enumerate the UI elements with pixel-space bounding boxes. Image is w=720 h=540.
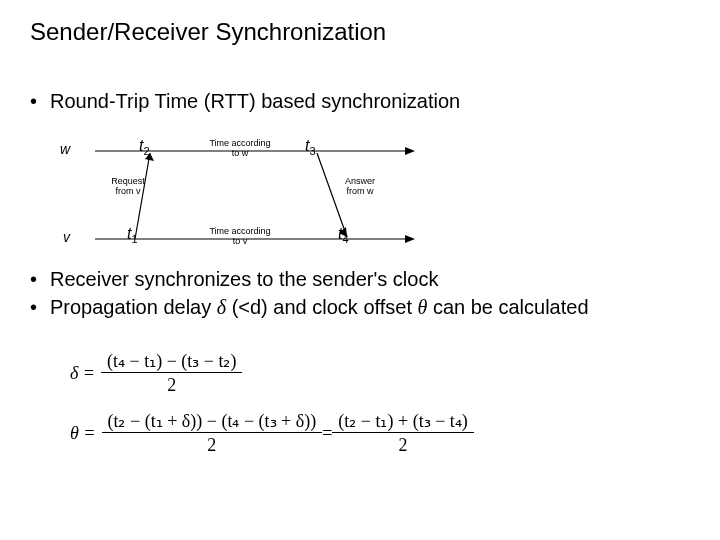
svg-marker-7 bbox=[339, 227, 347, 237]
delta-denominator: 2 bbox=[101, 373, 242, 396]
bullet-2: •Receiver synchronizes to the sender's c… bbox=[30, 268, 438, 291]
answer-label: Answer from w bbox=[335, 177, 385, 197]
rtt-diagram: w v t2 t3 t1 t4 Time according to w Time… bbox=[65, 135, 445, 255]
delta-numerator: (t₄ − t₁) − (t₃ − t₂) bbox=[101, 350, 242, 373]
theta-lhs: θ = bbox=[70, 423, 96, 444]
bullet-1-text: Round-Trip Time (RTT) based synchronizat… bbox=[50, 90, 460, 112]
node-v-label: v bbox=[63, 229, 70, 245]
theta-denominator-2: 2 bbox=[332, 433, 473, 456]
delta-symbol: δ bbox=[217, 296, 226, 318]
theta-numerator-2: (t₂ − t₁) + (t₃ − t₄) bbox=[332, 410, 473, 433]
bullet-3-pre: Propagation delay bbox=[50, 296, 217, 318]
svg-marker-5 bbox=[145, 153, 154, 161]
request-label: Request from v bbox=[103, 177, 153, 197]
delta-equation: δ = (t₄ − t₁) − (t₃ − t₂) 2 bbox=[70, 350, 474, 396]
theta-numerator-1: (t₂ − (t₁ + δ)) − (t₄ − (t₃ + δ)) bbox=[102, 410, 323, 433]
bullet-2-text: Receiver synchronizes to the sender's cl… bbox=[50, 268, 438, 290]
theta-equals: = bbox=[322, 423, 332, 444]
theta-equation: θ = (t₂ − (t₁ + δ)) − (t₄ − (t₃ + δ)) 2 … bbox=[70, 410, 474, 456]
bullet-1: •Round-Trip Time (RTT) based synchroniza… bbox=[30, 90, 460, 113]
delta-lhs: δ = bbox=[70, 363, 95, 384]
bullet-3-mid: (<d) and clock offset bbox=[226, 296, 417, 318]
theta-denominator-1: 2 bbox=[102, 433, 323, 456]
equations-block: δ = (t₄ − t₁) − (t₃ − t₂) 2 θ = (t₂ − (t… bbox=[70, 350, 474, 470]
node-w-label: w bbox=[60, 141, 70, 157]
bullet-3-post: can be calculated bbox=[427, 296, 588, 318]
theta-symbol: θ bbox=[418, 296, 428, 318]
slide-title: Sender/Receiver Synchronization bbox=[30, 18, 386, 46]
bullet-3: •Propagation delay δ (<d) and clock offs… bbox=[30, 296, 589, 319]
